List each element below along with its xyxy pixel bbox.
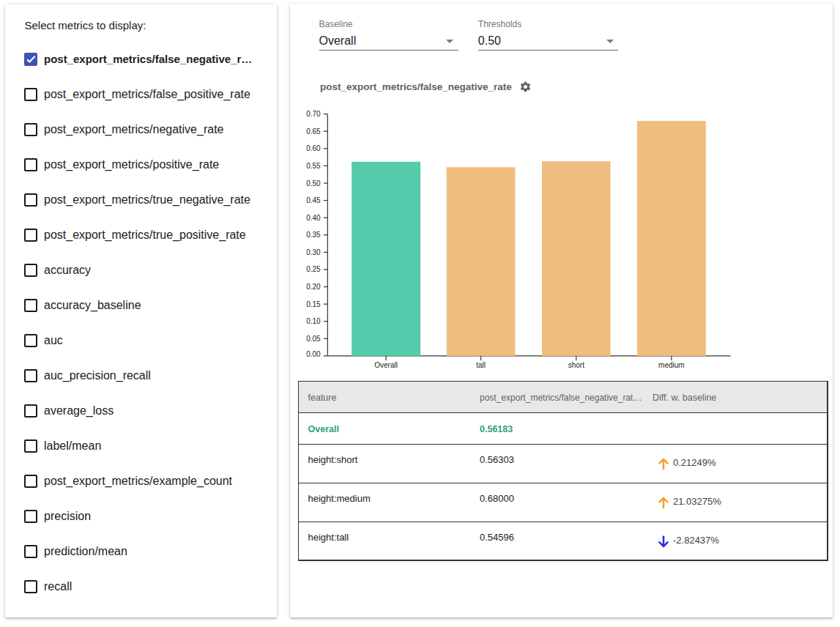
svg-text:0.70: 0.70 xyxy=(306,110,321,118)
svg-text:0.60: 0.60 xyxy=(306,144,321,152)
svg-text:0.05: 0.05 xyxy=(306,335,321,343)
svg-text:0.10: 0.10 xyxy=(306,317,321,325)
svg-text:0.40: 0.40 xyxy=(306,214,321,222)
svg-text:medium: medium xyxy=(658,361,685,369)
svg-text:0.50: 0.50 xyxy=(306,179,321,188)
svg-text:0.20: 0.20 xyxy=(306,283,321,291)
svg-text:0.00: 0.00 xyxy=(306,350,321,358)
svg-text:0.65: 0.65 xyxy=(306,127,321,136)
svg-text:tall: tall xyxy=(476,361,486,369)
svg-text:0.25: 0.25 xyxy=(306,265,321,273)
svg-text:0.35: 0.35 xyxy=(306,231,321,239)
svg-text:0.30: 0.30 xyxy=(306,248,321,256)
svg-text:Overall: Overall xyxy=(374,361,398,369)
svg-text:short: short xyxy=(568,361,584,369)
svg-text:0.55: 0.55 xyxy=(306,162,321,170)
svg-text:0.15: 0.15 xyxy=(306,300,321,308)
svg-text:0.45: 0.45 xyxy=(306,196,321,204)
